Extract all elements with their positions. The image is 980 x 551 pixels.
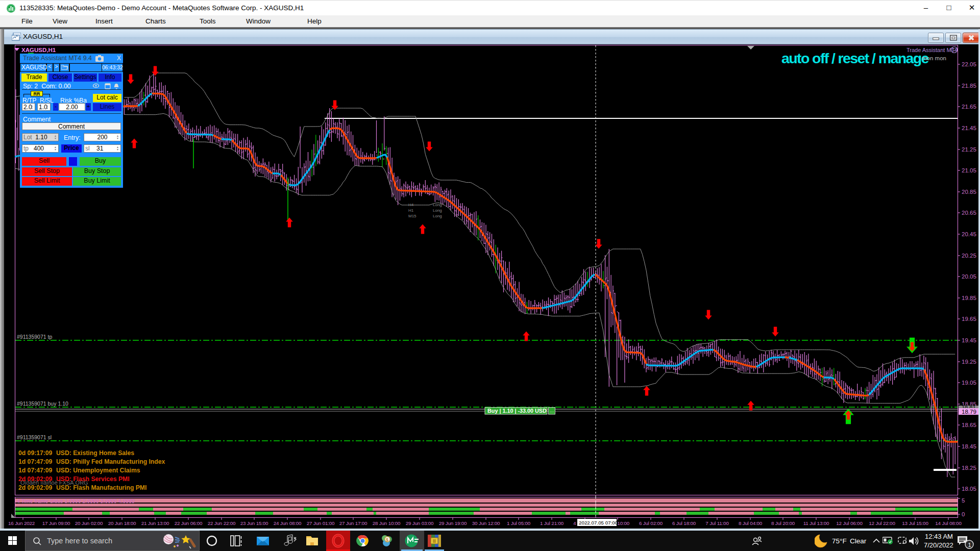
svg-text:18.45: 18.45 [962, 443, 976, 449]
svg-text:2d 09:02:09: 2d 09:02:09 [18, 484, 53, 491]
svg-text:0d 09:17:09: 0d 09:17:09 [18, 449, 53, 457]
svg-text:mon mon: mon mon [922, 55, 946, 61]
svg-text:1d 07:47:09: 1d 07:47:09 [18, 467, 53, 474]
svg-text:21.65: 21.65 [962, 104, 976, 110]
svg-text:20 Jun 18:00: 20 Jun 18:00 [108, 520, 136, 526]
svg-text:1 Jul 21:00: 1 Jul 21:00 [540, 520, 564, 526]
svg-text:USD: Flash Services PMI: USD: Flash Services PMI [56, 475, 130, 483]
svg-text:$: $ [386, 537, 388, 542]
svg-text:19.25: 19.25 [962, 359, 976, 365]
svg-text:4 Time frame Sidus 1.0000 2.00: 4 Time frame Sidus 1.0000 2.0000 3.0000 … [17, 498, 135, 504]
svg-text:USD: Unemployment Claims: USD: Unemployment Claims [56, 467, 140, 474]
svg-text:5: 5 [962, 497, 965, 504]
svg-text:1d 07:47:09: 1d 07:47:09 [18, 458, 53, 465]
svg-text:20 Jun 02:00: 20 Jun 02:00 [75, 520, 103, 526]
svg-text:19.05: 19.05 [962, 380, 976, 386]
svg-text:19.65: 19.65 [962, 316, 976, 322]
svg-text:Long: Long [433, 208, 442, 213]
svg-text:12 Jul 22:00: 12 Jul 22:00 [869, 520, 895, 526]
svg-text:...: ... [550, 408, 554, 413]
svg-text:#911359071 tp: #911359071 tp [17, 334, 52, 340]
svg-text:1 Jul 05:00: 1 Jul 05:00 [507, 520, 531, 526]
svg-text:1: 1 [968, 542, 971, 548]
svg-text:18.79: 18.79 [962, 409, 976, 415]
svg-text:24 Jun 08:00: 24 Jun 08:00 [274, 520, 302, 526]
svg-text:#911359071 buy 1.10: #911359071 buy 1.10 [17, 400, 68, 407]
svg-text:19.45: 19.45 [962, 337, 976, 343]
svg-text:21.85: 21.85 [962, 83, 976, 89]
svg-text:19.85: 19.85 [962, 295, 976, 301]
svg-text:USD: Philly Fed Manufacturing: USD: Philly Fed Manufacturing Index [56, 458, 165, 465]
svg-text:0: 0 [962, 511, 965, 517]
svg-text:6 Jul 18:00: 6 Jul 18:00 [672, 520, 696, 526]
svg-text:20.85: 20.85 [962, 189, 976, 195]
svg-text:Trade Assistant MT4: Trade Assistant MT4 [906, 47, 958, 53]
svg-text:11 Jul 13:00: 11 Jul 13:00 [803, 520, 829, 526]
svg-text:H1: H1 [408, 208, 414, 213]
svg-text:29 Jun 03:00: 29 Jun 03:00 [406, 520, 434, 526]
svg-text:6 Jul 02:00: 6 Jul 02:00 [639, 520, 663, 526]
svg-text:14 Jul 08:00: 14 Jul 08:00 [935, 520, 962, 526]
svg-text:20.25: 20.25 [962, 253, 976, 259]
svg-text:22.05: 22.05 [962, 61, 976, 67]
svg-text:20.45: 20.45 [962, 231, 976, 237]
svg-text:Long: Long [433, 214, 442, 218]
svg-text:27 Jun 17:00: 27 Jun 17:00 [339, 520, 368, 526]
svg-text:XAGUSD,H1: XAGUSD,H1 [21, 47, 56, 53]
svg-text:29 Jun 19:00: 29 Jun 19:00 [439, 520, 467, 526]
svg-text:13 Jul 15:00: 13 Jul 15:00 [902, 520, 928, 526]
svg-text:18.05: 18.05 [962, 486, 976, 492]
svg-text:18.65: 18.65 [962, 422, 976, 428]
svg-text:21.05: 21.05 [962, 167, 976, 173]
svg-text:USD: Existing Home Sales: USD: Existing Home Sales [56, 449, 134, 457]
svg-text:M15: M15 [408, 214, 416, 218]
svg-text:Long: Long [433, 203, 442, 207]
svg-text:18.25: 18.25 [962, 465, 976, 471]
svg-text:Buy | 1.10 | -33.00 USD: Buy | 1.10 | -33.00 USD [487, 408, 547, 414]
svg-text:H4: H4 [408, 203, 414, 207]
svg-text:28 Jun 10:00: 28 Jun 10:00 [373, 520, 401, 526]
svg-text:#911359071 sl: #911359071 sl [17, 434, 52, 440]
svg-text:21.45: 21.45 [962, 125, 976, 131]
svg-text:12 Jul 06:00: 12 Jul 06:00 [836, 520, 863, 526]
svg-text:7 Jul 11:00: 7 Jul 11:00 [705, 520, 729, 526]
svg-text:30 Jun 12:00: 30 Jun 12:00 [472, 520, 500, 526]
svg-text:23 Jun 15:00: 23 Jun 15:00 [240, 520, 268, 526]
svg-text:2022.07.05 07:00: 2022.07.05 07:00 [579, 520, 618, 525]
svg-text:22 Jun 22:00: 22 Jun 22:00 [208, 520, 236, 526]
svg-text:16 Jun 2022: 16 Jun 2022 [8, 520, 35, 526]
svg-text:2d 09:02:09: 2d 09:02:09 [18, 475, 53, 483]
svg-text:20.05: 20.05 [962, 273, 976, 280]
svg-text:8 Jul 04:00: 8 Jul 04:00 [739, 520, 763, 526]
svg-text:27 Jun 01:00: 27 Jun 01:00 [307, 520, 335, 526]
svg-text:21 Jun 13:00: 21 Jun 13:00 [141, 520, 169, 526]
svg-text:21.25: 21.25 [962, 146, 976, 153]
svg-text:22 Jun 06:00: 22 Jun 06:00 [175, 520, 203, 526]
svg-text:17 Jun 09:00: 17 Jun 09:00 [42, 520, 70, 526]
svg-text:USD: Flash Manufacturing PMI: USD: Flash Manufacturing PMI [56, 484, 146, 491]
svg-text:20.65: 20.65 [962, 210, 976, 216]
svg-text:8 Jul 20:00: 8 Jul 20:00 [771, 520, 795, 526]
